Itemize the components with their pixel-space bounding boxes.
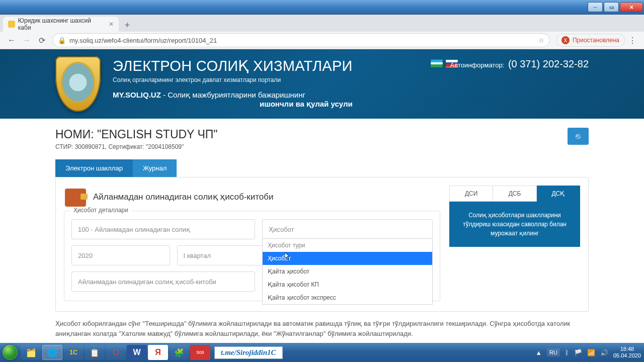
side-tab-dsi[interactable]: ДСИ [449, 186, 493, 202]
site-logo [55, 56, 101, 112]
form-title: Айланмадан олинадиган солиқ ҳисоб-китоби [93, 192, 274, 202]
tab-favicon [8, 21, 15, 28]
forward-icon[interactable]: → [19, 33, 34, 48]
browser-tab[interactable]: Юридик шахснинг шахсий каби ✕ [3, 17, 119, 32]
window-maximize-button[interactable]: ▭ [604, 2, 619, 12]
wallet-icon [65, 187, 86, 207]
system-tray: ▲ RU ᛒ 🏳️ 📶 🔊 18:48 05.04.2020 [535, 346, 644, 358]
taskbar-chrome-icon[interactable]: 🌐 [42, 345, 62, 360]
tab-journal[interactable]: Журнал [133, 159, 177, 177]
side-tab-dsk[interactable]: ДСҚ [537, 186, 580, 202]
reload-icon[interactable]: ⟳ [34, 33, 49, 48]
dropdown-option[interactable]: Қайта ҳисобот КП [263, 278, 432, 291]
taskbar-app-icon[interactable]: 🧩 [169, 345, 189, 360]
chrome-menu-icon[interactable]: ⋮ [625, 33, 640, 48]
side-tab-dsb[interactable]: ДСБ [493, 186, 536, 202]
tab-close-icon[interactable]: ✕ [109, 21, 114, 28]
site-tagline: MY.SOLIQ.UZ - Солиқ мажбуриятларини бажа… [113, 90, 353, 109]
window-close-button[interactable]: ✕ [620, 2, 643, 12]
address-bar[interactable]: 🔒 my.soliq.uz/wefo4-clientui/form/uz/rep… [52, 33, 550, 47]
flag-uz[interactable] [431, 59, 443, 67]
windows-taskbar: 🗂️ 🌐 1C 📋 O W Я 🧩 508 t.me/Sirojiddin1C … [0, 343, 644, 362]
taskbar-opera-icon[interactable]: O [106, 345, 126, 360]
window-minimize-button[interactable]: ─ [588, 2, 603, 12]
browser-tabstrip: Юридик шахснинг шахсий каби ✕ + [0, 15, 644, 32]
taskbar-app-icon[interactable]: 508 [190, 345, 210, 360]
tax-type-input[interactable]: 100 - Айланмадан олинадиган солиқ [71, 219, 255, 239]
tray-clock[interactable]: 18:48 05.04.2020 [613, 346, 641, 358]
side-info-text: Солиқ ҳисоботлари шаклларини тўлдириш юз… [449, 202, 580, 247]
extension-badge[interactable]: X Приостановлена [556, 34, 625, 47]
tab-electronic-forms[interactable]: Электрон шакллар [55, 159, 133, 177]
tray-flag-icon[interactable]: 🏳️ [574, 349, 582, 356]
bookmark-star-icon[interactable]: ☆ [538, 37, 544, 44]
dropdown-option[interactable]: Қайта ҳисобот экспресс [263, 291, 432, 304]
logout-button[interactable]: ⎋ [568, 128, 589, 145]
extension-label: Приостановлена [573, 37, 619, 44]
tray-volume-icon[interactable]: 🔊 [600, 349, 608, 356]
windows-orb-icon [3, 345, 18, 360]
site-subtitle: Солиқ органларининг электрон давлат хизм… [113, 76, 353, 83]
calculation-name-input[interactable]: Айланмадан олинадиган солиқ ҳисоб-китоби [71, 272, 255, 292]
browser-toolbar: ← → ⟳ 🔒 my.soliq.uz/wefo4-clientui/form/… [0, 32, 644, 49]
report-type-select[interactable]: Ҳисобот [262, 219, 433, 239]
report-details-fieldset: Ҳисобот деталлари 100 - Айланмадан олина… [64, 211, 440, 301]
lock-icon: 🔒 [58, 37, 66, 44]
company-name: НОМИ: "ENGLISH STUDY ЧП" [55, 128, 217, 141]
fieldset-legend: Ҳисобот деталлари [70, 207, 131, 214]
back-icon[interactable]: ← [4, 33, 19, 48]
header-phone: Автоинформатор: (0 371) 202-32-82 [450, 58, 589, 70]
page-viewport: ЭЛЕКТРОН СОЛИҚ ХИЗМАТЛАРИ Солиқ органлар… [0, 49, 644, 344]
year-select[interactable]: 2020 [71, 245, 170, 265]
window-titlebar: ─ ▭ ✕ [0, 0, 644, 15]
start-button[interactable] [0, 343, 20, 362]
side-panel: ДСИ ДСБ ДСҚ Солиқ ҳисоботлари шаклларини… [449, 186, 580, 301]
taskbar-app-icon[interactable]: 📋 [85, 345, 105, 360]
logout-icon: ⎋ [576, 132, 581, 141]
site-header: ЭЛЕКТРОН СОЛИҚ ХИЗМАТЛАРИ Солиқ органлар… [0, 49, 644, 119]
page-tabs: Электрон шакллар Журнал [55, 159, 589, 177]
new-tab-button[interactable]: + [121, 19, 134, 32]
dropdown-option[interactable]: Ҳисобот [263, 252, 432, 265]
tray-bluetooth-icon[interactable]: ᛒ [565, 349, 569, 356]
taskbar-explorer-icon[interactable]: 🗂️ [21, 345, 41, 360]
quarter-select[interactable]: I квартал [177, 245, 276, 265]
tab-title: Юридик шахснинг шахсий каби [18, 17, 105, 31]
dropdown-option[interactable]: Қайта ҳисобот [263, 265, 432, 278]
footer-note: Ҳисобот юборилгандан сўнг "Текширишда" б… [55, 319, 589, 338]
url-text: my.soliq.uz/wefo4-clientui/form/uz/repor… [69, 37, 217, 44]
tray-up-icon[interactable]: ▲ [535, 349, 542, 356]
taskbar-word-icon[interactable]: W [127, 345, 147, 360]
telegram-link-overlay: t.me/Sirojiddin1C [214, 346, 283, 359]
tray-network-icon[interactable]: 📶 [587, 349, 595, 356]
site-title: ЭЛЕКТРОН СОЛИҚ ХИЗМАТЛАРИ [113, 57, 353, 74]
tray-language[interactable]: RU [547, 348, 560, 356]
taskbar-yandex-icon[interactable]: Я [148, 345, 168, 360]
dropdown-header: Ҳисобот тури [263, 239, 432, 252]
taskbar-1c-icon[interactable]: 1C [63, 345, 84, 360]
company-meta: СТИР: 300890871, Сертификат: "2004108509… [55, 143, 217, 150]
extension-avatar: X [561, 36, 570, 44]
report-type-dropdown: Ҳисобот тури Ҳисобот Қайта ҳисобот Қайта… [262, 238, 433, 305]
